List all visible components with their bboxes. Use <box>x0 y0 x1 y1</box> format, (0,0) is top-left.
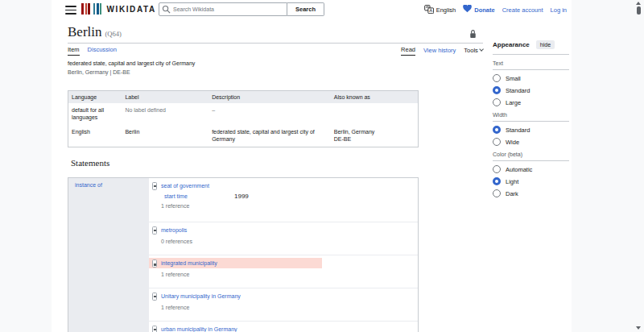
radio-option-text-large[interactable]: Large <box>493 98 569 106</box>
appearance-hide-button[interactable]: hide <box>536 40 555 49</box>
radio-icon[interactable] <box>493 138 501 146</box>
radio-icon[interactable] <box>493 74 501 82</box>
search-button[interactable]: Search <box>287 2 324 16</box>
rank-selector-icon <box>152 259 157 268</box>
page-tabs: Item Discussion Read View history Tools <box>68 46 483 56</box>
create-account-link[interactable]: Create account <box>502 6 543 14</box>
page-title: Berlin <box>68 24 102 39</box>
radio-icon[interactable] <box>493 165 501 173</box>
references-toggle[interactable]: 1 reference <box>161 272 418 277</box>
claim-value-link[interactable]: Unitary municipality in Germany <box>161 293 241 299</box>
search-bar: Search <box>159 2 324 16</box>
references-toggle[interactable]: 1 reference <box>161 305 418 310</box>
donate-label: Donate <box>474 6 494 14</box>
qualifier-property-link[interactable]: start time <box>164 193 234 199</box>
col-language: Language <box>68 91 122 104</box>
language-label: English <box>436 6 456 14</box>
entity-id: (Q64) <box>105 30 122 38</box>
table-row: default for all languages No label defin… <box>68 103 419 125</box>
header-user-links: A English Donate Create account Log in <box>424 3 567 16</box>
radio-selected-icon[interactable] <box>493 86 501 94</box>
cell-label: No label defined <box>122 103 208 125</box>
search-input[interactable] <box>159 2 287 16</box>
text-section-label: Text <box>493 60 569 70</box>
references-toggle[interactable]: 0 references <box>161 239 418 244</box>
claim-value-link[interactable]: metropolis <box>161 227 187 233</box>
tools-menu[interactable]: Tools <box>464 47 483 56</box>
appearance-panel: Appearance hide Text Small Standard Larg… <box>493 40 569 197</box>
language-icon: A <box>424 5 434 15</box>
claim-value-link[interactable]: integrated municipality <box>161 260 217 266</box>
cell-also-known-as <box>331 103 419 125</box>
claims-list: seat of government start time1999 1 refe… <box>149 181 418 332</box>
color-section-label: Color (beta) <box>493 151 569 161</box>
radio-option-text-standard[interactable]: Standard <box>493 86 569 94</box>
claim-seat-of-government: seat of government start time1999 1 refe… <box>149 181 418 222</box>
claim-urban-municipality: urban municipality in Germany 0 referenc… <box>149 324 418 332</box>
scrollbar-down-arrow[interactable] <box>636 326 641 330</box>
claim-value-link[interactable]: seat of government <box>161 183 209 189</box>
qualifier-value: 1999 <box>234 193 249 200</box>
scrollbar-up-arrow[interactable] <box>636 2 641 5</box>
radio-option-color-light[interactable]: Light <box>493 177 569 185</box>
radio-option-width-standard[interactable]: Standard <box>493 126 569 134</box>
radio-option-color-automatic[interactable]: Automatic <box>493 165 569 173</box>
tab-view-history[interactable]: View history <box>423 47 456 56</box>
appearance-heading: Appearance <box>493 41 530 48</box>
wikidata-logo-text: WIKIDATA <box>107 5 156 14</box>
radio-selected-icon[interactable] <box>493 177 501 185</box>
property-link[interactable]: instance of <box>75 182 102 188</box>
radio-selected-icon[interactable] <box>493 126 501 134</box>
cell-description: federated state, capital and largest cit… <box>208 125 331 147</box>
lock-icon <box>469 29 477 39</box>
radio-icon[interactable] <box>493 98 501 106</box>
login-link[interactable]: Log in <box>551 6 567 14</box>
heart-icon <box>463 5 472 15</box>
term-table-header-row: Language Label Description Also known as <box>68 91 419 104</box>
cell-label: Berlin <box>122 125 208 147</box>
col-description: Description <box>208 91 331 104</box>
scrollbar-thumb[interactable] <box>637 6 641 15</box>
statements-group: instance of seat of government start tim… <box>68 177 419 332</box>
term-table: Language Label Description Also known as… <box>68 90 419 147</box>
col-also-known-as: Also known as <box>331 91 419 104</box>
menu-icon[interactable] <box>65 6 76 15</box>
cell-description: – <box>208 103 331 125</box>
scrollbar[interactable] <box>634 0 644 332</box>
radio-icon[interactable] <box>493 189 501 197</box>
claim-metropolis: metropolis 0 references <box>149 225 418 255</box>
radio-option-color-dark[interactable]: Dark <box>493 189 569 197</box>
claim-unitary-municipality: Unitary municipality in Germany 1 refere… <box>149 291 418 322</box>
rank-selector-icon <box>152 226 157 234</box>
claim-value-link[interactable]: urban municipality in Germany <box>161 326 237 332</box>
width-section-label: Width <box>493 112 569 122</box>
radio-option-width-wide[interactable]: Wide <box>493 138 569 146</box>
entity-summary: federated state, capital and largest cit… <box>68 59 195 77</box>
tab-discussion[interactable]: Discussion <box>88 46 117 56</box>
title-divider <box>68 43 483 44</box>
content-area: WIKIDATA Search A English <box>52 0 572 332</box>
radio-option-text-small[interactable]: Small <box>493 74 569 82</box>
cell-also-known-as: Berlin, Germany DE-BE <box>331 125 419 147</box>
table-row: English Berlin federated state, capital … <box>68 125 419 147</box>
language-selector[interactable]: A English <box>424 5 456 15</box>
wikidata-logo[interactable]: WIKIDATA <box>81 3 156 15</box>
entity-description: federated state, capital and largest cit… <box>68 59 195 68</box>
rank-selector-icon <box>152 293 157 301</box>
tab-read[interactable]: Read <box>401 46 415 56</box>
chevron-down-icon <box>479 47 484 52</box>
donate-link[interactable]: Donate <box>463 5 494 15</box>
claim-integrated-municipality: integrated municipality 1 reference <box>149 258 418 288</box>
deprecated-highlight: integrated municipality <box>149 258 322 268</box>
page-title-row: Berlin(Q64) <box>68 24 483 40</box>
references-toggle[interactable]: 1 reference <box>161 203 418 209</box>
rank-selector-icon <box>152 182 157 190</box>
cell-language: English <box>68 125 122 147</box>
svg-text:A: A <box>429 8 432 13</box>
entity-aliases: Berlin, Germany | DE-BE <box>68 68 195 77</box>
property-cell: instance of <box>68 178 149 332</box>
col-label: Label <box>122 91 208 104</box>
cell-language: default for all languages <box>68 103 122 125</box>
qualifier: start time1999 <box>164 193 418 200</box>
tab-item[interactable]: Item <box>68 46 80 56</box>
